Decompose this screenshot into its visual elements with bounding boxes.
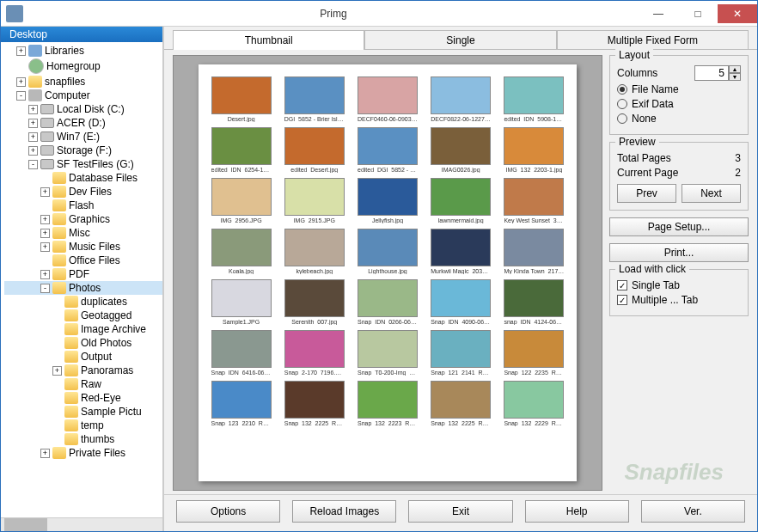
tree-node[interactable]: Output [4,350,162,364]
ver--button[interactable]: Ver. [641,500,745,523]
tree-node[interactable]: +PDF [4,267,162,281]
reload-images-button[interactable]: Reload Images [292,500,396,523]
thumbnail-cell[interactable]: Snap_132_2223_R2 (Sh… [353,381,421,426]
thumbnail-cell[interactable]: Desert.jpg [207,76,275,122]
thumbnail-cell[interactable]: snap_IDN_4124-06-062… [500,279,568,325]
tab-multiple-fixed-form[interactable]: Multiple Fixed Form [557,30,749,50]
thumbnail-cell[interactable]: Snap_132_2225_R2.JPG [427,381,495,426]
options-button[interactable]: Options [176,500,280,523]
tree-node[interactable]: +Music Files [4,240,162,254]
next-button[interactable]: Next [682,184,741,203]
tree-node[interactable]: +Graphics [4,212,162,226]
tree-node[interactable]: Red-Eye [4,391,162,405]
tree-header[interactable]: Desktop [1,27,162,42]
thumbnail-cell[interactable]: Jellyfish.jpg [353,178,421,223]
thumbnail-cell[interactable]: IMG_2915.JPG [280,178,348,223]
columns-spin-up[interactable]: ▲ [729,65,741,73]
check-multiple-tab[interactable]: Multiple ... Tab [617,294,741,306]
thumbnail-cell[interactable]: Snap_T0-200-Img_4291… [353,330,421,376]
tree-node[interactable]: Homegroup [4,58,162,75]
tree-node[interactable]: -Computer [4,89,162,102]
thumbnail-cell[interactable]: Murkwii Magic_2039285… [427,229,495,274]
thumbnail-cell[interactable]: Serenith_007.jpg [280,279,348,325]
maximize-button[interactable]: □ [678,4,718,23]
tree-node[interactable]: +Panoramas [4,364,162,377]
thumbnail-cell[interactable]: edited_DGI_5852 - Brier… [353,127,421,173]
check-single-tab[interactable]: Single Tab [617,279,741,291]
tree-h-scrollbar[interactable] [1,517,162,531]
tree-expand-icon[interactable]: + [40,229,50,238]
tree-expand-icon[interactable]: + [28,105,38,114]
tab-thumbnail[interactable]: Thumbnail [173,30,364,50]
tree-node[interactable]: Database Files [4,171,162,185]
thumbnail-cell[interactable]: Lighthouse.jpg [353,229,421,274]
close-button[interactable]: ✕ [718,4,757,23]
tree-expand-icon[interactable]: + [28,119,38,128]
thumbnail-cell[interactable]: Snap_132_2225_R2.JPG [280,381,348,426]
tree-expand-icon[interactable]: + [52,366,62,376]
print-button[interactable]: Print... [609,243,749,262]
tree-expand-icon[interactable]: + [40,270,50,279]
tree-expand-icon[interactable]: - [40,284,50,293]
tree-node[interactable]: +Storage (F:) [4,144,162,157]
tree-node[interactable]: +snapfiles [4,75,162,89]
tree-node[interactable]: Sample Pictu [4,405,162,419]
thumbnail-cell[interactable]: edited_IDN_5908-12-08… [500,76,568,122]
exit-button[interactable]: Exit [408,500,512,523]
thumbnail-cell[interactable]: Snap_122_2235_R2.JPG [500,330,568,376]
tree-node[interactable]: duplicates [4,295,162,309]
thumbnail-cell[interactable]: edited_Desert.jpg [280,127,348,173]
tree-node[interactable]: -SF TestFiles (G:) [4,157,162,171]
tree-node[interactable]: +Win7 (E:) [4,130,162,144]
thumbnail-cell[interactable]: IMG_2956.JPG [207,178,275,223]
radio-none[interactable]: None [617,113,741,125]
tree-node[interactable]: Flash [4,199,162,212]
tree-node[interactable]: Geotagged [4,309,162,322]
thumbnail-cell[interactable]: Key West Sunset_36442… [500,178,568,223]
tree-expand-icon[interactable]: + [28,132,38,142]
radio-exif-data[interactable]: Exif Data [617,98,741,110]
tree-expand-icon[interactable]: + [40,449,50,458]
tree-expand-icon[interactable]: + [40,187,50,197]
tree-node[interactable]: +Dev Files [4,185,162,199]
tree-expand-icon[interactable]: + [40,242,50,252]
tree-node[interactable]: +Local Disk (C:) [4,102,162,116]
thumbnail-cell[interactable]: DGI_5852 - Brier Island … [280,76,348,122]
page-setup-button[interactable]: Page Setup... [609,217,749,236]
tree-node[interactable]: Image Archive [4,322,162,336]
tree-expand-icon[interactable]: + [16,77,26,87]
minimize-button[interactable]: — [639,4,678,23]
thumbnail-cell[interactable]: DECF0460-06-0903.JPG [353,76,421,122]
prev-button[interactable]: Prev [617,184,676,203]
tree-node[interactable]: -Photos [4,281,162,295]
tree-node[interactable]: +Libraries [4,44,162,58]
columns-spin-down[interactable]: ▼ [729,73,741,81]
tree-expand-icon[interactable]: + [16,46,26,56]
thumbnail-cell[interactable]: DECF0822-06-1227.JPG [427,76,495,122]
thumbnail-cell[interactable]: lawnmermaid.jpg [427,178,495,223]
thumbnail-cell[interactable]: Snap_123_2210_R2.JPG [207,381,275,426]
tree-node[interactable]: +Misc [4,226,162,240]
tab-single[interactable]: Single [364,30,556,50]
tree-node[interactable]: +ACER (D:) [4,116,162,130]
thumbnail-cell[interactable]: Snap_IDN_0266-06-04… [353,279,421,325]
thumbnail-cell[interactable]: My Kinda Town_217440… [500,229,568,274]
thumbnail-cell[interactable]: IMG_132_2203-1.jpg [500,127,568,173]
folder-tree[interactable]: +LibrariesHomegroup+snapfiles-Computer+L… [1,42,162,517]
thumbnail-cell[interactable]: kylebeach.jpg [280,229,348,274]
thumbnail-cell[interactable]: Sample1.JPG [207,279,275,325]
thumbnail-cell[interactable]: IMAG0026.jpg [427,127,495,173]
thumbnail-cell[interactable]: edited_IDN_6254-12-09… [207,127,275,173]
tree-node[interactable]: Office Files [4,254,162,267]
thumbnail-cell[interactable]: Snap_132_2229_R2crop… [500,381,568,426]
tree-node[interactable]: Old Photos [4,336,162,350]
thumbnail-cell[interactable]: Snap_2-170_7196.JPG [280,330,348,376]
columns-input[interactable] [694,65,729,81]
tree-expand-icon[interactable]: + [40,215,50,224]
thumbnail-cell[interactable]: Koala.jpg [207,229,275,274]
radio-file-name[interactable]: File Name [617,83,741,95]
tree-expand-icon[interactable]: - [28,160,38,169]
thumbnail-cell[interactable]: Snap_121_2141_R2.JPG [427,330,495,376]
tree-node[interactable]: temp [4,419,162,432]
thumbnail-cell[interactable]: Snap_IDN_4090-06-062… [427,279,495,325]
